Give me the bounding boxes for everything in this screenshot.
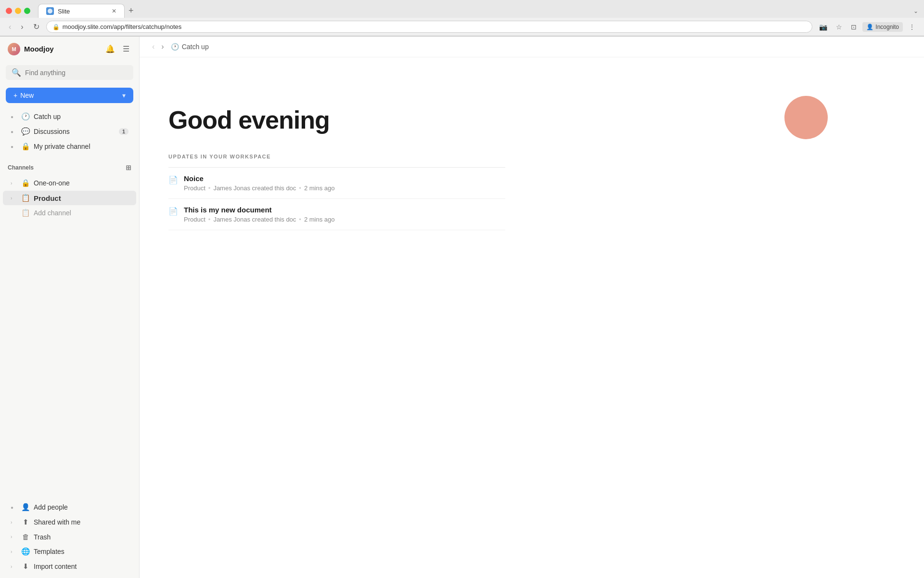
- main-header: ‹ › 🕐 Catch up: [140, 37, 924, 57]
- browser-titlebar: Slite ✕ + ⌄: [0, 0, 924, 18]
- main-content: ‹ › 🕐 Catch up Good evening UPDATES IN Y…: [140, 37, 924, 578]
- browser-menu-button[interactable]: ⋮: [906, 21, 918, 33]
- chevron-down-icon: ▾: [122, 92, 126, 99]
- browser-toolbar-actions: 📷 ☆ ⊡ 👤 Incognito ⋮: [816, 21, 918, 33]
- separator: •: [299, 216, 301, 223]
- doc-icon: 📋: [21, 209, 30, 217]
- expand-icon: ›: [11, 520, 17, 525]
- sidebar-item-add-people[interactable]: ● 👤 Add people: [3, 500, 136, 514]
- sidebar-item-label: One-on-one: [34, 179, 128, 187]
- doc-meta: Product • James Jonas created this doc •…: [184, 216, 335, 223]
- sidebar-toggle-button[interactable]: ☰: [121, 42, 131, 55]
- sidebar-item-import[interactable]: › ⬇ Import content: [3, 559, 136, 574]
- search-box[interactable]: 🔍: [6, 65, 133, 80]
- sidebar-item-label: Discussions: [34, 128, 115, 135]
- sidebar-nav: ● 🕐 Catch up ● 💬 Discussions 1 ● 🔒 My pr…: [0, 107, 139, 156]
- svg-point-0: [48, 9, 52, 13]
- expand-icon: ●: [11, 114, 17, 119]
- discussions-badge: 1: [119, 128, 128, 135]
- sidebar-item-trash[interactable]: › 🗑 Trash: [3, 530, 136, 544]
- forward-arrow-button[interactable]: ›: [158, 41, 167, 52]
- sidebar: M Moodjoy 🔔 ☰ 🔍 + New ▾ ● 🕐 Catch up: [0, 37, 140, 578]
- doc-file-icon: 📄: [168, 175, 178, 184]
- maximize-window-button[interactable]: [24, 8, 30, 14]
- bookmark-icon[interactable]: ☆: [833, 21, 845, 33]
- tab-favicon: [46, 7, 54, 15]
- catchup-icon: 🕐: [21, 112, 30, 121]
- workspace-avatar: M: [8, 43, 20, 55]
- sidebar-item-one-on-one[interactable]: › 🔒 One-on-one: [3, 176, 136, 190]
- page-title: Catch up: [182, 43, 209, 51]
- expand-icon: ›: [11, 181, 17, 186]
- new-tab-button[interactable]: +: [125, 4, 138, 18]
- lock-icon: 🔒: [52, 24, 60, 30]
- sidebar-item-templates[interactable]: › 🌐 Templates: [3, 544, 136, 559]
- sidebar-item-label: Shared with me: [34, 518, 128, 526]
- doc-author-action: James Jonas created this doc: [213, 216, 296, 223]
- tab-close-button[interactable]: ✕: [112, 8, 116, 14]
- split-view-icon[interactable]: ⊡: [848, 21, 860, 33]
- browser-tabs: Slite ✕ +: [38, 4, 138, 18]
- sidebar-header-actions: 🔔 ☰: [103, 42, 131, 55]
- browser-toolbar: ‹ › ↻ 🔒 moodjoy.slite.com/app/filters/ca…: [0, 18, 924, 36]
- close-window-button[interactable]: [6, 8, 12, 14]
- sidebar-item-discussions[interactable]: ● 💬 Discussions 1: [3, 124, 136, 139]
- workspace-name[interactable]: M Moodjoy: [8, 43, 54, 55]
- expand-icon: ›: [11, 534, 17, 539]
- doc-time: 2 mins ago: [304, 184, 335, 192]
- channels-label: Channels: [8, 164, 34, 171]
- doc-file-icon: 📄: [168, 207, 178, 216]
- browser-back-button[interactable]: ‹: [6, 22, 14, 32]
- expand-icon: ›: [11, 564, 17, 569]
- notifications-button[interactable]: 🔔: [103, 42, 117, 55]
- discussions-icon: 💬: [21, 127, 30, 136]
- sidebar-item-catchup[interactable]: ● 🕐 Catch up: [3, 109, 136, 124]
- sidebar-item-shared[interactable]: › ⬆ Shared with me: [3, 515, 136, 529]
- separator: •: [208, 216, 211, 223]
- doc-info: This is my new document Product • James …: [184, 206, 335, 223]
- incognito-indicator[interactable]: 👤 Incognito: [862, 22, 903, 32]
- active-tab[interactable]: Slite ✕: [38, 4, 125, 18]
- search-icon: 🔍: [12, 68, 21, 77]
- url-text: moodjoy.slite.com/app/filters/catchup/no…: [63, 23, 182, 30]
- sidebar-spacer: [0, 223, 139, 498]
- browser-forward-button[interactable]: ›: [18, 22, 26, 32]
- main-body: Good evening UPDATES IN YOUR WORKSPACE 📄…: [140, 57, 924, 578]
- doc-item-noice[interactable]: 📄 Noice Product • James Jonas created th…: [168, 168, 505, 199]
- channels-layout-icon[interactable]: ⊞: [126, 164, 131, 171]
- tabs-chevron-icon[interactable]: ⌄: [913, 8, 918, 14]
- camera-off-icon[interactable]: 📷: [816, 21, 830, 33]
- sidebar-item-private[interactable]: ● 🔒 My private channel: [3, 139, 136, 154]
- browser-window-controls: [6, 8, 30, 14]
- sidebar-item-label: Templates: [34, 548, 128, 555]
- sidebar-bottom: ● 👤 Add people › ⬆ Shared with me › 🗑 Tr…: [0, 498, 139, 578]
- user-icon: 👤: [866, 24, 873, 30]
- import-icon: ⬇: [21, 562, 30, 571]
- sidebar-item-label: Product: [34, 194, 128, 202]
- sidebar-item-label: Import content: [34, 563, 128, 570]
- search-input[interactable]: [25, 69, 128, 77]
- back-arrow-button[interactable]: ‹: [149, 41, 157, 52]
- updates-label: UPDATES IN YOUR WORKSPACE: [168, 154, 505, 159]
- channels-section-header: Channels ⊞: [0, 156, 139, 173]
- doc-time: 2 mins ago: [304, 216, 335, 223]
- doc-title: Noice: [184, 174, 335, 183]
- new-button[interactable]: + New ▾: [6, 88, 133, 103]
- separator: •: [208, 184, 211, 192]
- workspace-label: Moodjoy: [24, 45, 54, 53]
- expand-icon: ●: [11, 144, 17, 149]
- sidebar-item-product[interactable]: › 📋 Product: [3, 191, 136, 205]
- sidebar-item-label: Trash: [34, 533, 128, 541]
- doc-author-action: James Jonas created this doc: [213, 184, 296, 192]
- expand-icon: ›: [11, 196, 17, 201]
- browser-chrome: Slite ✕ + ⌄ ‹ › ↻ 🔒 moodjoy.slite.com/ap…: [0, 0, 924, 37]
- minimize-window-button[interactable]: [15, 8, 21, 14]
- doc-item-new-document[interactable]: 📄 This is my new document Product • Jame…: [168, 199, 505, 230]
- nav-arrows: ‹ ›: [149, 41, 167, 52]
- browser-refresh-button[interactable]: ↻: [30, 21, 42, 32]
- address-bar[interactable]: 🔒 moodjoy.slite.com/app/filters/catchup/…: [46, 21, 813, 33]
- trash-icon: 🗑: [21, 533, 30, 541]
- sidebar-item-label: Add people: [34, 503, 128, 511]
- incognito-label: Incognito: [875, 24, 899, 30]
- sidebar-item-add-channel[interactable]: 📋 Add channel: [3, 206, 136, 220]
